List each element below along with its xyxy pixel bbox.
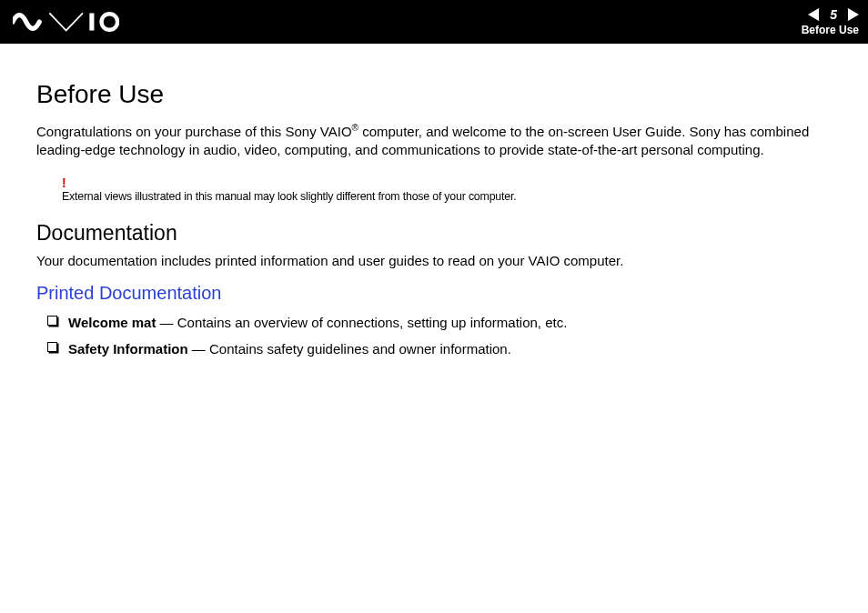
vaio-logo bbox=[13, 12, 119, 32]
documentation-intro: Your documentation includes printed info… bbox=[36, 253, 832, 268]
printed-doc-list: Welcome mat — Contains an overview of co… bbox=[36, 313, 832, 358]
bullet-label: Safety Information bbox=[68, 341, 188, 357]
page-title: Before Use bbox=[36, 80, 832, 109]
svg-rect-0 bbox=[89, 13, 94, 30]
bullet-desc: — Contains safety guidelines and owner i… bbox=[188, 341, 511, 357]
intro-text-pre: Congratulations on your purchase of this… bbox=[36, 124, 352, 139]
caution-icon: ! bbox=[62, 176, 832, 189]
registered-mark: ® bbox=[352, 123, 358, 133]
prev-page-button[interactable] bbox=[808, 8, 824, 21]
bullet-icon bbox=[47, 316, 57, 326]
intro-paragraph: Congratulations on your purchase of this… bbox=[36, 122, 832, 160]
svg-point-1 bbox=[102, 14, 118, 30]
list-item: Welcome mat — Contains an overview of co… bbox=[47, 313, 832, 332]
bullet-icon bbox=[47, 342, 57, 352]
documentation-heading: Documentation bbox=[36, 221, 832, 246]
header-bar: 5 Before Use bbox=[0, 0, 868, 44]
bullet-desc: — Contains an overview of connections, s… bbox=[156, 315, 567, 330]
svg-marker-2 bbox=[808, 8, 819, 21]
header-section-label: Before Use bbox=[802, 24, 859, 36]
page-content: Before Use Congratulations on your purch… bbox=[0, 44, 868, 358]
svg-marker-3 bbox=[848, 8, 859, 21]
header-nav: 5 Before Use bbox=[802, 7, 859, 36]
next-page-button[interactable] bbox=[843, 8, 859, 21]
caution-note: External views illustrated in this manua… bbox=[62, 189, 793, 203]
list-item: Safety Information — Contains safety gui… bbox=[47, 339, 832, 358]
printed-documentation-heading: Printed Documentation bbox=[36, 283, 832, 304]
page-number: 5 bbox=[830, 7, 837, 22]
bullet-label: Welcome mat bbox=[68, 315, 156, 330]
